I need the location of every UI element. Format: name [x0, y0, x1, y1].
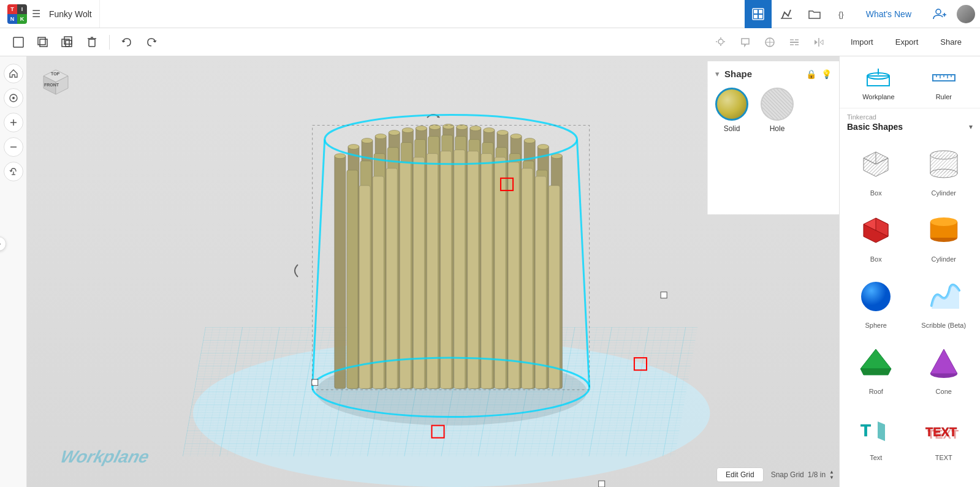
- whats-new-link[interactable]: What's New: [856, 0, 921, 28]
- fit-view-button[interactable]: [4, 88, 23, 108]
- shapes-dropdown-chevron: ▾: [969, 123, 973, 131]
- svg-rect-3: [754, 15, 758, 18]
- svg-rect-92: [481, 154, 492, 389]
- shape-item-roof[interactable]: Roof: [845, 338, 908, 399]
- logo-n: N: [7, 14, 17, 24]
- svg-rect-86: [400, 162, 411, 389]
- undo-button[interactable]: [116, 31, 138, 53]
- shape-item-box-wire[interactable]: Box: [845, 139, 908, 200]
- zoom-out-button[interactable]: [4, 137, 23, 157]
- svg-point-108: [470, 126, 481, 130]
- svg-rect-84: [373, 176, 384, 388]
- home-view-button[interactable]: [4, 64, 23, 83]
- svg-point-36: [12, 97, 15, 99]
- solid-circle: [715, 88, 748, 121]
- hamburger-menu-icon[interactable]: ☰: [32, 8, 40, 20]
- redo-button[interactable]: [140, 31, 162, 53]
- share-button[interactable]: Share: [929, 31, 973, 53]
- avatar[interactable]: [957, 5, 975, 23]
- shape-item-scribble[interactable]: Scribble (Beta): [913, 271, 976, 333]
- shapes-category-dropdown[interactable]: Basic Shapes ▾: [847, 122, 973, 132]
- svg-point-100: [362, 138, 373, 143]
- svg-rect-4: [759, 15, 762, 18]
- logo-i: I: [17, 4, 27, 14]
- shape-item-cylinder-wire[interactable]: Cylinder: [913, 139, 976, 200]
- svg-rect-15: [66, 40, 72, 47]
- shape-item-text-red[interactable]: TEXT TEXT TEXT: [913, 404, 976, 465]
- svg-rect-126: [867, 76, 889, 86]
- nav-folder-icon[interactable]: [801, 0, 828, 28]
- edit-grid-button[interactable]: Edit Grid: [716, 467, 764, 482]
- svg-rect-96: [535, 176, 546, 388]
- nav-home-icon[interactable]: [745, 0, 772, 28]
- shape-thumb-box-wire: [851, 143, 900, 186]
- tinkercad-logo[interactable]: T I N K: [7, 4, 27, 24]
- hole-label: Hole: [770, 124, 785, 133]
- align-icon[interactable]: [759, 31, 781, 53]
- new-object-button[interactable]: [7, 31, 29, 53]
- svg-rect-94: [508, 162, 519, 389]
- snap-grid-stepper[interactable]: ▲ ▼: [829, 470, 834, 480]
- shape-name-sphere: Sphere: [865, 322, 887, 329]
- mirror-icon[interactable]: [808, 31, 830, 53]
- shape-item-box-red[interactable]: Box: [845, 205, 908, 266]
- light-icon[interactable]: 💡: [821, 69, 832, 79]
- workplane-label: Workplane: [862, 93, 894, 100]
- svg-point-112: [524, 138, 535, 143]
- shape-thumb-scribble: [919, 275, 968, 318]
- solid-option[interactable]: Solid: [715, 88, 748, 133]
- project-name[interactable]: Funky Wolt: [49, 9, 92, 19]
- hole-option[interactable]: Hole: [761, 88, 794, 133]
- shape-name-box-red: Box: [870, 255, 882, 263]
- svg-marker-157: [930, 349, 957, 374]
- shape-thumb-text-red: TEXT TEXT: [919, 407, 968, 450]
- light-icon[interactable]: [710, 31, 732, 53]
- shape-item-cone[interactable]: Cone: [913, 338, 976, 399]
- copy-button[interactable]: [32, 31, 54, 53]
- viewport[interactable]: TOP FRONT: [27, 56, 839, 487]
- svg-rect-124: [661, 292, 667, 298]
- svg-rect-123: [599, 481, 605, 487]
- shape-thumb-box-red: [851, 209, 900, 252]
- snap-grid-control: Snap Grid 1/8 in ▲ ▼: [771, 470, 834, 480]
- shape-name-box-wire: Box: [870, 189, 882, 197]
- svg-point-113: [537, 145, 549, 149]
- shape-item-cylinder-orange[interactable]: Cylinder: [913, 205, 976, 266]
- nav-code-icon[interactable]: {}: [829, 0, 856, 28]
- svg-point-144: [930, 169, 957, 178]
- shape-header: ▾ Shape 🔒 💡: [715, 69, 832, 79]
- svg-rect-2: [759, 10, 762, 13]
- svg-rect-91: [468, 151, 479, 389]
- svg-rect-83: [359, 186, 370, 388]
- shape-dropdown-arrow[interactable]: ▾: [715, 69, 720, 78]
- export-button[interactable]: Export: [884, 31, 930, 53]
- svg-marker-33: [815, 40, 818, 45]
- shape-item-sphere[interactable]: Sphere: [845, 271, 908, 333]
- duplicate-button[interactable]: [56, 31, 78, 53]
- svg-rect-51: [335, 155, 346, 389]
- snap-grid-value: 1/8 in: [808, 470, 826, 479]
- svg-point-102: [389, 130, 400, 135]
- zoom-in-button[interactable]: [4, 113, 23, 132]
- note-icon[interactable]: [734, 31, 756, 53]
- nav-build-icon[interactable]: [773, 0, 800, 28]
- svg-marker-159: [878, 421, 885, 441]
- svg-rect-95: [522, 168, 533, 389]
- delete-button[interactable]: [81, 31, 103, 53]
- reset-view-button[interactable]: [4, 162, 23, 181]
- svg-text:TEXT: TEXT: [927, 428, 959, 441]
- svg-point-101: [375, 134, 386, 139]
- grid-align-icon[interactable]: [783, 31, 805, 53]
- import-button[interactable]: Import: [840, 31, 884, 53]
- svg-rect-87: [413, 157, 424, 389]
- lock-icon[interactable]: 🔒: [806, 69, 816, 79]
- ruler-button[interactable]: Ruler: [930, 64, 957, 100]
- shape-thumb-sphere: [851, 275, 900, 318]
- shape-item-text-teal[interactable]: T Text: [845, 404, 908, 465]
- snap-grid-label: Snap Grid: [771, 470, 804, 479]
- logo-k: K: [17, 14, 27, 24]
- workplane-button[interactable]: Workplane: [862, 64, 894, 100]
- top-nav: T I N K ☰ Funky Wolt {} What's New: [0, 0, 980, 28]
- add-person-icon[interactable]: [926, 0, 953, 28]
- svg-rect-97: [549, 186, 560, 388]
